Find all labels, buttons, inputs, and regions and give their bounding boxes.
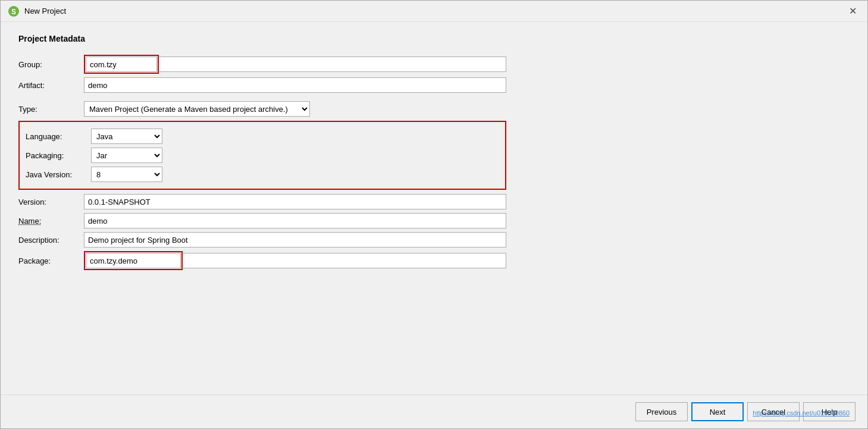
lang-section-box: Language: Java Kotlin Groovy Packaging: … (18, 121, 506, 190)
spring-icon: S (8, 5, 20, 17)
package-label: Package: (18, 249, 84, 272)
watermark: https://blog.csdn.net/u010300860 (753, 409, 850, 417)
name-field (84, 211, 506, 230)
description-field (84, 230, 506, 249)
version-label: Version: (18, 192, 84, 211)
group-red-box (84, 55, 159, 74)
artifact-input[interactable] (84, 77, 506, 93)
next-button[interactable]: Next (691, 402, 744, 421)
window-title: New Project (24, 7, 66, 15)
artifact-field (84, 76, 506, 95)
artifact-label: Artifact: (18, 76, 84, 95)
version-input[interactable] (84, 194, 506, 209)
version-field (84, 192, 506, 211)
group-input[interactable] (86, 57, 157, 72)
type-select[interactable]: Maven Project (Generate a Maven based pr… (84, 101, 310, 117)
description-label: Description: (18, 230, 84, 249)
java-version-field: 8 11 17 (91, 165, 499, 184)
packaging-select[interactable]: Jar War (91, 148, 162, 163)
package-red-box (84, 251, 183, 270)
new-project-dialog: S New Project ✕ Project Metadata Group: … (0, 0, 868, 429)
java-version-label: Java Version: (26, 165, 91, 184)
title-bar-left: S New Project (8, 5, 66, 17)
dialog-content: Project Metadata Group: Artifact: Type: (1, 22, 867, 394)
package-field (84, 249, 506, 272)
language-select[interactable]: Java Kotlin Groovy (91, 129, 162, 144)
group-label: Group: (18, 53, 84, 76)
name-input[interactable] (84, 213, 506, 228)
package-input[interactable] (86, 253, 181, 268)
group-input-ext[interactable] (159, 57, 506, 72)
section-title: Project Metadata (18, 34, 850, 43)
form-grid: Group: Artifact: Type: Maven Project (Ge… (18, 53, 506, 272)
name-label: Name: (18, 211, 84, 230)
description-input[interactable] (84, 232, 506, 248)
previous-button[interactable]: Previous (635, 402, 688, 421)
close-button[interactable]: ✕ (845, 5, 860, 17)
language-label: Language: (26, 127, 91, 146)
title-bar: S New Project ✕ (1, 1, 867, 22)
language-field: Java Kotlin Groovy (91, 127, 499, 146)
svg-text:S: S (11, 8, 16, 16)
group-field (84, 53, 506, 76)
spacer1 (18, 95, 506, 99)
footer: Previous Next Cancel Help (1, 394, 867, 428)
type-field: Maven Project (Generate a Maven based pr… (84, 99, 506, 118)
type-label: Type: (18, 99, 84, 118)
java-version-select[interactable]: 8 11 17 (91, 167, 162, 182)
packaging-field: Jar War (91, 146, 499, 165)
package-input-ext[interactable] (183, 253, 506, 268)
packaging-label: Packaging: (26, 146, 91, 165)
